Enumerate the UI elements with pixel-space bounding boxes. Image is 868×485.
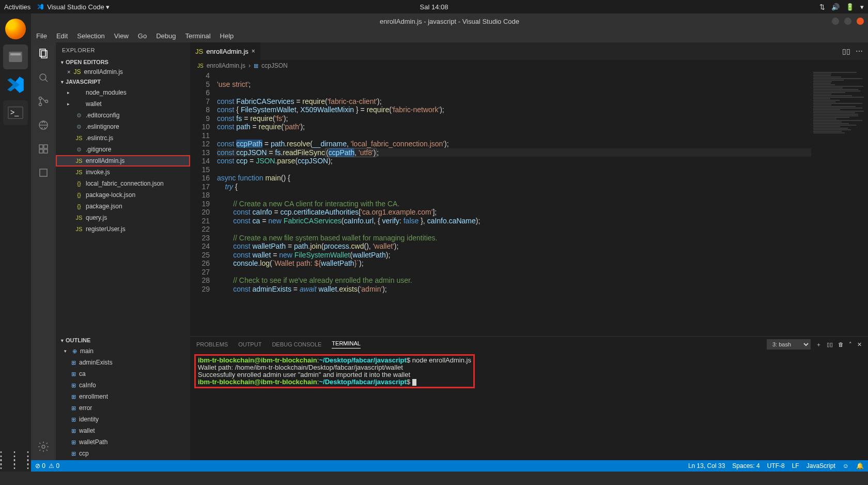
split-terminal-icon[interactable]: ▯▯ — [827, 341, 833, 348]
debug-icon[interactable] — [36, 118, 51, 132]
svg-rect-4 — [40, 49, 45, 56]
menu-terminal[interactable]: Terminal — [185, 32, 210, 40]
more-actions-icon[interactable]: ⋯ — [856, 47, 863, 55]
svg-rect-16 — [40, 169, 47, 176]
panel-tab-output[interactable]: OUTPUT — [238, 341, 261, 347]
file-item-query.js[interactable]: JSquery.js — [56, 212, 190, 223]
source-control-icon[interactable] — [36, 94, 51, 109]
window-maximize[interactable] — [844, 18, 851, 25]
maximize-panel-icon[interactable]: ˄ — [849, 341, 852, 348]
explorer-icon[interactable] — [36, 47, 51, 61]
file-item-node_modules[interactable]: ▸node_modules — [56, 87, 190, 98]
status-feedback-icon[interactable]: ☺ — [843, 462, 849, 469]
activities-button[interactable]: Activities — [4, 3, 30, 11]
status-spaces[interactable]: Spaces: 4 — [732, 462, 760, 469]
file-item-.eslintrc.js[interactable]: JS.eslintrc.js — [56, 132, 190, 144]
outline-section[interactable]: OUTLINE — [56, 336, 190, 344]
close-editor-icon[interactable]: × — [67, 69, 70, 75]
outline-item-error[interactable]: ⊞error — [56, 402, 190, 414]
app-indicator[interactable]: Visual Studio Code ▾ — [37, 3, 110, 11]
svg-rect-12 — [39, 145, 43, 148]
outline-main[interactable]: ▾⊕main — [56, 345, 190, 357]
status-cursor-pos[interactable]: Ln 13, Col 33 — [688, 462, 725, 469]
panel-tab-terminal[interactable]: TERMINAL — [332, 340, 361, 348]
window-close[interactable] — [857, 18, 864, 25]
panel: PROBLEMS OUTPUT DEBUG CONSOLE TERMINAL 3… — [190, 336, 868, 460]
status-encoding[interactable]: UTF-8 — [767, 462, 785, 469]
terminal-icon[interactable]: >_ — [3, 100, 28, 125]
panel-tab-debug-console[interactable]: DEBUG CONSOLE — [272, 341, 321, 347]
panel-tab-problems[interactable]: PROBLEMS — [196, 341, 228, 347]
breadcrumbs[interactable]: JS enrollAdmin.js › ⊞ ccpJSON — [190, 60, 868, 71]
tab-enrolladmin[interactable]: JS enrollAdmin.js × — [190, 42, 261, 60]
file-item-registerUser.js[interactable]: JSregisterUser.js — [56, 223, 190, 235]
open-editors-section[interactable]: OPEN EDITORS — [56, 58, 190, 66]
svg-text:>_: >_ — [10, 108, 19, 116]
status-errors[interactable]: ⊘ 0 — [35, 462, 45, 469]
status-eol[interactable]: LF — [792, 462, 799, 469]
volume-icon[interactable]: 🔊 — [831, 3, 840, 11]
close-tab-icon[interactable]: × — [252, 48, 255, 55]
file-item-enrollAdmin.js[interactable]: JSenrollAdmin.js — [56, 155, 190, 166]
settings-gear-icon[interactable] — [36, 439, 51, 454]
menu-go[interactable]: Go — [138, 32, 147, 40]
menu-help[interactable]: Help — [220, 32, 234, 40]
new-terminal-icon[interactable]: ＋ — [816, 341, 822, 348]
menu-view[interactable]: View — [114, 32, 129, 40]
files-icon[interactable] — [3, 44, 28, 69]
svg-point-17 — [42, 445, 45, 448]
terminal-selector[interactable]: 3: bash — [767, 339, 811, 350]
file-item-invoke.js[interactable]: JSinvoke.js — [56, 166, 190, 178]
outline-item-walletPath[interactable]: ⊞walletPath — [56, 436, 190, 448]
show-apps-icon[interactable]: ⋮⋮⋮⋮⋮⋮⋮⋮⋮ — [0, 454, 36, 466]
search-icon[interactable] — [36, 70, 51, 85]
menu-file[interactable]: File — [36, 32, 47, 40]
outline-item-ca[interactable]: ⊞ca — [56, 368, 190, 380]
firefox-icon[interactable] — [3, 17, 28, 41]
split-editor-icon[interactable]: ▯▯ — [842, 47, 850, 55]
gnome-top-bar: Activities Visual Studio Code ▾ Sal 14:0… — [0, 0, 868, 13]
kill-terminal-icon[interactable]: 🗑 — [838, 341, 844, 347]
activity-bar — [31, 42, 56, 460]
outline-item-adminExists[interactable]: ⊞adminExists — [56, 357, 190, 368]
outline-item-ccp[interactable]: ⊞ccp — [56, 448, 190, 459]
file-item-.eslintignore[interactable]: ⚙.eslintignore — [56, 121, 190, 132]
svg-rect-15 — [44, 149, 48, 153]
blockchain-icon[interactable] — [36, 165, 51, 180]
outline-item-caInfo[interactable]: ⊞caInfo — [56, 380, 190, 391]
svg-rect-14 — [39, 149, 43, 153]
vscode-icon[interactable] — [3, 72, 28, 97]
terminal-body[interactable]: ibm-tr-blockchain@ibm-tr-blockchain:~/De… — [190, 352, 868, 460]
battery-icon[interactable]: 🔋 — [846, 3, 854, 11]
file-item-package.json[interactable]: {}package.json — [56, 201, 190, 212]
file-item-package-lock.json[interactable]: {}package-lock.json — [56, 189, 190, 201]
file-item-local_fabric_connection.json[interactable]: {}local_fabric_connection.json — [56, 178, 190, 189]
project-section[interactable]: JAVASCRIPT — [56, 78, 190, 86]
status-bell-icon[interactable]: 🔔 — [856, 462, 864, 469]
window-titlebar: enrollAdmin.js - javascript - Visual Stu… — [31, 13, 868, 29]
outline-item-enrollment[interactable]: ⊞enrollment — [56, 391, 190, 402]
minimap[interactable] — [811, 71, 868, 336]
code-editor[interactable]: 4567891011121314151617181920212223242526… — [190, 71, 868, 336]
status-warnings[interactable]: ⚠ 0 — [49, 462, 59, 469]
svg-rect-13 — [44, 145, 48, 148]
clock[interactable]: Sal 14:08 — [420, 3, 448, 11]
power-icon[interactable]: ▾ — [860, 3, 864, 11]
file-item-wallet[interactable]: ▸wallet — [56, 98, 190, 110]
open-editor-item[interactable]: × JS enrollAdmin.js — [56, 66, 190, 78]
status-language[interactable]: JavaScript — [807, 462, 835, 469]
svg-rect-5 — [41, 51, 47, 58]
file-item-.gitignore[interactable]: ⚙.gitignore — [56, 144, 190, 155]
close-panel-icon[interactable]: ✕ — [857, 341, 862, 348]
window-minimize[interactable] — [832, 18, 839, 25]
menu-edit[interactable]: Edit — [56, 32, 68, 40]
network-icon[interactable]: ⇅ — [819, 3, 825, 11]
outline-item-identity[interactable]: ⊞identity — [56, 414, 190, 425]
outline-tree: ▾⊕main⊞adminExists⊞ca⊞caInfo⊞enrollment⊞… — [56, 344, 190, 460]
file-item-.editorconfig[interactable]: ⚙.editorconfig — [56, 110, 190, 121]
menu-selection[interactable]: Selection — [77, 32, 104, 40]
outline-item-wallet[interactable]: ⊞wallet — [56, 425, 190, 436]
extensions-icon[interactable] — [36, 142, 51, 156]
svg-point-10 — [45, 100, 48, 103]
menu-debug[interactable]: Debug — [156, 32, 176, 40]
